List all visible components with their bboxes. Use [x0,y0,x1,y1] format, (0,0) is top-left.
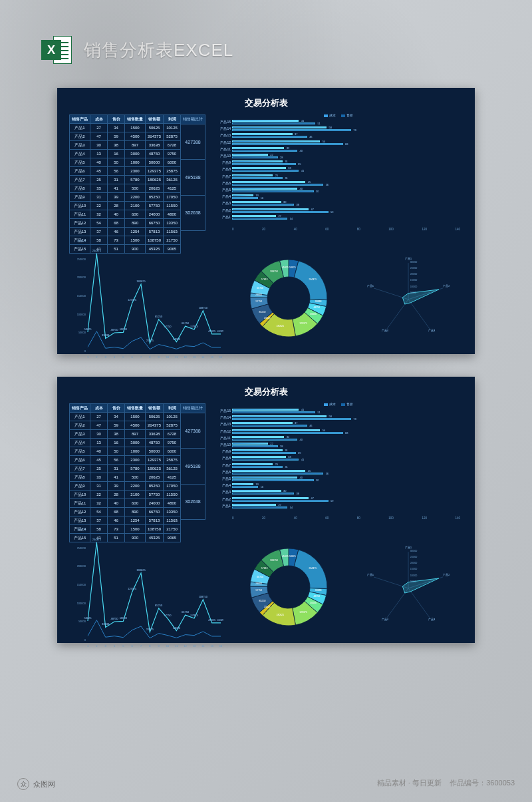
table-row: 产品83341500206254125 [70,184,181,193]
svg-text:57750: 57750 [164,614,172,617]
sum-value: 302638 [181,196,205,231]
svg-text:20625: 20625 [146,339,154,342]
sum-value: 427388 [181,124,205,160]
svg-text:24000: 24000 [173,626,181,630]
svg-text:20625: 20625 [264,317,271,319]
svg-text:6: 6 [132,644,134,648]
svg-text:33638: 33638 [315,300,322,303]
logo-icon: 众 [17,778,29,790]
svg-text:45325: 45325 [208,618,216,622]
watermark-footer: 众 众图网 精品素材 · 每日更新 作品编号：3600053 [0,778,532,790]
svg-text:0: 0 [84,638,86,642]
table-row: 产品83341500206254125 [70,473,181,482]
svg-text:250000: 250000 [410,267,418,270]
svg-text:产品1: 产品1 [405,546,412,549]
table-header: 利润 [164,115,181,124]
svg-text:24000: 24000 [255,582,262,585]
svg-text:180625: 180625 [136,568,146,572]
excel-icon: X [41,35,72,65]
svg-text:13: 13 [193,355,196,359]
table-header: 销售数量 [125,404,146,413]
svg-marker-130 [402,578,438,593]
svg-text:150000: 150000 [410,568,418,570]
svg-text:50000: 50000 [310,313,317,315]
svg-text:150000: 150000 [77,294,86,298]
svg-text:产品5: 产品5 [367,573,374,576]
sum-value: 495188 [181,449,205,484]
table-row: 产品72531578018062536125 [70,176,181,184]
svg-text:45325: 45325 [217,618,223,622]
svg-text:150000: 150000 [77,583,86,586]
svg-text:产品3: 产品3 [428,618,435,621]
svg-text:33638: 33638 [315,589,322,592]
table-row: 产品33038897336386728 [70,430,181,439]
table-row: 产品10222821005775011550 [70,491,181,499]
svg-text:108750: 108750 [199,595,208,598]
svg-text:50000: 50000 [410,580,416,583]
table-header: 销售额 [146,404,164,413]
dashboard-preview-1: 交易分析表 销售产品成本售价销售数量销售额利润产品127341500506251… [57,88,475,354]
svg-text:50625: 50625 [84,616,92,620]
svg-text:产品2: 产品2 [443,284,450,288]
svg-text:14: 14 [201,355,205,359]
svg-text:24000: 24000 [255,294,262,296]
svg-text:300000: 300000 [410,261,418,264]
svg-text:57750: 57750 [256,300,263,303]
svg-text:50000: 50000 [78,331,86,334]
svg-text:300000: 300000 [77,528,86,531]
svg-text:180625: 180625 [277,614,285,616]
svg-text:100000: 100000 [77,313,86,316]
svg-text:100000: 100000 [77,602,86,605]
svg-text:100000: 100000 [410,574,418,577]
bar-chart: 成本售价 产品154151产品145873产品133746产品125468产品1… [213,114,463,231]
svg-text:3: 3 [105,355,107,359]
svg-text:13: 13 [193,644,196,648]
svg-text:48750: 48750 [110,617,118,620]
svg-text:129375: 129375 [299,611,307,614]
site-name: 众图网 [33,779,55,789]
svg-text:9: 9 [158,355,160,359]
table-row: 产品64556230012937525875 [70,456,181,465]
svg-text:8: 8 [149,644,151,648]
table-header: 销售数量 [125,115,146,124]
data-table: 销售产品成本售价销售数量销售额利润产品1273415005062510125产品… [69,114,205,231]
svg-text:产品3: 产品3 [428,329,435,332]
table-row: 产品113240600240004800 [70,499,181,508]
svg-text:7: 7 [140,355,142,359]
svg-text:180625: 180625 [136,280,146,283]
donut-chart: 5062526437533638487505000012937518062520… [229,525,348,649]
table-row: 产品13374612545781311563 [70,516,181,525]
svg-text:85250: 85250 [259,600,266,602]
sum-value: 427388 [181,413,205,449]
svg-text:45325: 45325 [208,329,216,333]
svg-text:200000: 200000 [77,564,86,568]
svg-text:16: 16 [219,355,223,359]
svg-text:11: 11 [175,644,178,648]
svg-text:产品4: 产品4 [382,329,388,332]
svg-text:108750: 108750 [199,306,208,309]
svg-text:66750: 66750 [182,610,190,614]
svg-text:6: 6 [132,355,134,359]
svg-text:24000: 24000 [173,337,181,341]
svg-text:3: 3 [105,644,107,648]
svg-text:50625: 50625 [84,327,92,331]
data-table: 销售产品成本售价销售数量销售额利润产品1273415005062510125产品… [69,403,205,520]
radar-chart: 产品1产品2产品3产品4产品55000010000015000020000025… [354,525,463,649]
dashboard-preview-2: 交易分析表 销售产品成本售价销售数量销售额利润产品127341500506251… [57,377,475,643]
table-row: 产品9313922008525017050 [70,482,181,491]
svg-text:11: 11 [175,355,178,359]
svg-text:50000: 50000 [410,292,416,294]
svg-text:48750: 48750 [110,328,118,331]
table-row: 产品72531578018062536125 [70,465,181,473]
svg-text:264375: 264375 [92,538,102,541]
table-row: 产品1273415005062510125 [70,124,181,132]
svg-text:264375: 264375 [309,567,317,570]
table-row: 产品1273415005062510125 [70,413,181,421]
table-row: 产品540501000500006000 [70,158,181,167]
svg-line-56 [408,300,430,329]
svg-text:33638: 33638 [102,333,110,337]
svg-text:250000: 250000 [410,556,418,558]
svg-text:12: 12 [184,644,187,648]
svg-text:57813: 57813 [261,278,268,281]
svg-text:2: 2 [96,355,98,359]
